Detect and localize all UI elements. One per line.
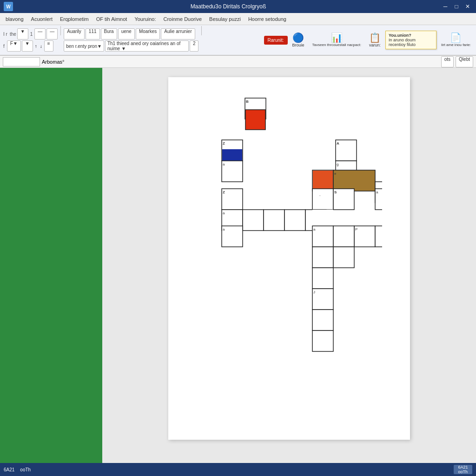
toolbar-label-ihe: I r — [2, 32, 9, 37]
toolbar-arrow[interactable]: — — [34, 28, 46, 40]
dropdown-v1[interactable]: ▼ — [17, 28, 28, 40]
toolbar-label-the: the — [10, 32, 16, 37]
svg-rect-14 — [333, 170, 375, 191]
svg-rect-41 — [312, 289, 333, 310]
title-bar: W Maatbedu3o Diritals Crolgryoß ─ □ ✕ — [0, 0, 476, 13]
dropdown-ben[interactable]: ben r.enty pron▼ — [64, 40, 104, 52]
menu-of-tih[interactable]: OF tih Aimnot — [93, 15, 131, 23]
svg-text:J: J — [313, 290, 315, 294]
svg-text:a: a — [223, 227, 225, 231]
tavseen-icon: 📊 — [331, 33, 343, 42]
btn-tavseen[interactable]: 📊 Tavseen thrcouestall nacpact: — [309, 31, 364, 49]
tooltip-line2: In aruno doum — [389, 38, 433, 42]
svg-text:S: S — [334, 190, 337, 194]
svg-rect-43 — [312, 310, 333, 331]
toolbar-label-f: f — [2, 44, 6, 49]
bottom-item-1: 6A21 — [4, 467, 14, 472]
svg-text:a: a — [376, 190, 378, 194]
close-button[interactable]: ✕ — [463, 3, 472, 10]
formula-bar-label: Arbomas° — [42, 59, 64, 65]
menu-croinme[interactable]: Croinme Duorive — [160, 15, 206, 23]
btn-auarily[interactable]: Auarily — [64, 28, 85, 40]
svg-rect-20 — [312, 189, 333, 210]
toolbar-dash[interactable]: — — [46, 28, 58, 40]
btn-uene[interactable]: uene — [118, 28, 135, 40]
svg-text:g: g — [337, 162, 338, 166]
svg-rect-6 — [222, 161, 243, 182]
toolbar-f-dropdown[interactable]: F▼ — [7, 40, 21, 52]
sep1 — [60, 26, 61, 35]
btn-2[interactable]: 2 — [190, 40, 199, 52]
menu-bar: blavong Acuonlert Erqplometim OF tih Aim… — [0, 13, 476, 25]
svg-text:a: a — [313, 227, 316, 231]
varun-icon: 📋 — [369, 33, 381, 42]
menu-acuonlert[interactable]: Acuonlert — [27, 15, 56, 23]
btn-iirt[interactable]: 📄 Iirt ame inou farie: — [438, 31, 474, 49]
sep2 — [201, 26, 202, 35]
formula-bar: Arbomas° ots Qlebt — [0, 56, 476, 68]
svg-text:P: P — [355, 227, 357, 231]
toolbar-filter[interactable]: ≡ — [44, 40, 53, 52]
toolbar-num1: 1 — [29, 32, 34, 37]
btn-moarkes[interactable]: Moarkes — [136, 28, 160, 40]
svg-rect-39 — [312, 247, 333, 268]
tooltip-line1: You.union? — [389, 33, 433, 38]
window-title: Maatbedu3o Diritals Crolgryoß — [16, 3, 441, 10]
svg-text:Z: Z — [223, 141, 225, 145]
btn-aulie[interactable]: Aulie arrunier — [161, 28, 195, 40]
puzzle-container: B Z a A g — [201, 96, 377, 385]
maximize-button[interactable]: □ — [452, 3, 461, 10]
svg-rect-13 — [313, 171, 333, 191]
puzzle-svg: B Z a A g — [201, 96, 382, 384]
menu-youruino[interactable]: Youruino: — [131, 15, 159, 23]
svg-text:,: , — [319, 192, 320, 197]
svg-text:Z: Z — [223, 190, 225, 194]
ribbon: I r the ▼ 1 — — f F▼ ▼ ↑ ↓ ≡ Auarily 111… — [0, 25, 476, 56]
minimize-button[interactable]: ─ — [441, 3, 450, 10]
bottom-item-2: ooTh — [20, 467, 31, 472]
content-area[interactable]: B Z a A g — [102, 68, 476, 463]
document: B Z a A g — [168, 77, 410, 440]
svg-rect-45 — [333, 226, 354, 247]
svg-rect-46 — [375, 226, 382, 247]
svg-rect-44 — [312, 331, 333, 351]
tab-ots[interactable]: ots — [441, 56, 454, 67]
svg-rect-35 — [312, 226, 333, 247]
toolbar-sym2: ↓ — [39, 44, 43, 49]
dropdown-thi[interactable]: Th1 thieed aned ory oaiarines an of nuim… — [105, 40, 189, 52]
menu-hoorre[interactable]: Hoorre setodung — [245, 15, 290, 23]
bottom-logo: 6A21ooTh — [454, 465, 472, 474]
tooltip-popup: You.union? In aruno doum recentioy filut… — [385, 31, 436, 49]
svg-rect-2 — [245, 110, 265, 130]
name-box[interactable] — [3, 57, 40, 66]
toolbar-sym: ↑ — [34, 44, 38, 49]
iirt-icon: 📄 — [450, 33, 462, 42]
menu-blavong[interactable]: blavong — [2, 15, 27, 23]
app-icon: W — [4, 2, 13, 11]
btn-varun[interactable]: 📋 varun: — [366, 31, 384, 49]
svg-rect-40 — [312, 268, 333, 289]
svg-text:B: B — [246, 99, 249, 104]
btn-brouie[interactable]: 🔵 Brouie — [289, 31, 308, 49]
svg-rect-29 — [264, 210, 284, 231]
btn-bura[interactable]: Bura — [101, 28, 117, 40]
menu-besulay[interactable]: Besulay puzzi — [205, 15, 245, 23]
svg-rect-47 — [333, 247, 354, 268]
main-area: B Z a A g — [0, 68, 476, 463]
svg-rect-28 — [243, 210, 264, 231]
btn-rarunit[interactable]: Rarunit: — [264, 36, 288, 45]
sidebar — [0, 68, 102, 463]
svg-text:a: a — [223, 211, 225, 215]
svg-rect-33 — [222, 226, 243, 247]
btn-111[interactable]: 111 — [86, 28, 100, 40]
tooltip-line3: recentioy filuto — [389, 42, 433, 47]
bottom-bar: 6A21 ooTh 6A21ooTh — [0, 463, 476, 476]
tab-qlebt[interactable]: Qlebt — [456, 56, 473, 67]
toolbar-arrow2[interactable]: ▼ — [22, 40, 33, 52]
brouie-icon: 🔵 — [292, 33, 304, 42]
svg-text:A: A — [337, 141, 339, 145]
svg-rect-30 — [284, 210, 305, 231]
window-controls: ─ □ ✕ — [441, 3, 472, 10]
svg-text:e: e — [334, 172, 337, 176]
menu-erqplometim[interactable]: Erqplometim — [56, 15, 93, 23]
